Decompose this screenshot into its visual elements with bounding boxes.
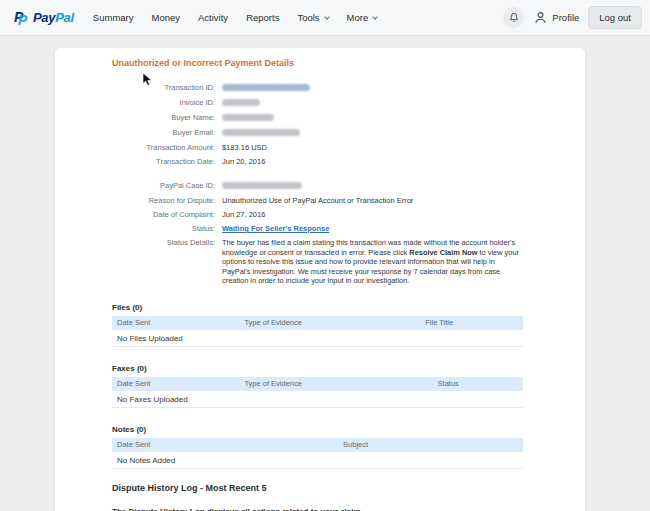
column-header: Subject — [338, 440, 523, 449]
paypal-wordmark: PayPal — [33, 10, 74, 25]
detail-label: Reason for Dispute: — [112, 194, 215, 208]
svg-text:P: P — [18, 12, 28, 27]
column-header: File Title — [420, 318, 523, 327]
redacted-value — [222, 99, 260, 106]
detail-value: Jun 27, 2016 — [222, 208, 523, 222]
detail-value — [222, 96, 523, 111]
detail-value: Unauthorized Use of PayPal Account or Tr… — [222, 194, 523, 208]
notifications-button[interactable] — [503, 7, 524, 28]
status-link[interactable]: Waiting For Seller's Response — [222, 224, 329, 233]
section-faxes: Faxes (0) Date SentType of EvidenceStatu… — [112, 364, 523, 408]
column-header: Status — [433, 379, 523, 388]
detail-row: Status: Waiting For Seller's Response — [112, 222, 523, 236]
page-title: Unauthorized or Incorrect Payment Detail… — [112, 58, 523, 68]
detail-rows: Transaction ID: Invoice ID: Buyer Name: … — [112, 81, 523, 286]
detail-label: Status: — [112, 222, 215, 236]
nav-item-reports[interactable]: Reports — [237, 12, 288, 23]
detail-label: PayPal Case ID: — [112, 179, 215, 194]
evidence-table: Date SentType of EvidenceStatus No Faxes… — [112, 377, 523, 408]
profile-icon — [533, 10, 548, 25]
nav-item-more[interactable]: More — [338, 12, 387, 23]
main-nav: Summary Money Activity Reports Tools Mor… — [84, 12, 386, 23]
column-header: Date Sent — [112, 440, 338, 449]
nav-item-summary[interactable]: Summary — [84, 12, 143, 23]
detail-value: $183.16 USD — [222, 141, 523, 155]
nav-item-activity[interactable]: Activity — [189, 12, 237, 23]
detail-label: Invoice ID: — [112, 96, 215, 111]
column-header: Type of Evidence — [239, 318, 420, 327]
top-nav-right: Profile Log out — [503, 6, 642, 29]
history-title: Dispute History Log - Most Recent 5 — [112, 483, 523, 493]
detail-label: Buyer Name: — [112, 111, 215, 126]
redacted-value — [222, 114, 274, 121]
table-empty-row: No Faxes Uploaded — [112, 391, 523, 408]
paypal-logo[interactable]: P P PayPal — [14, 8, 74, 27]
chevron-down-icon — [324, 14, 330, 20]
section-files: Files (0) Date SentType of EvidenceFile … — [112, 303, 523, 347]
detail-row: Buyer Email: — [112, 126, 523, 141]
detail-value — [222, 81, 523, 96]
nav-item-tools[interactable]: Tools — [288, 12, 337, 23]
detail-label: Buyer Email: — [112, 126, 215, 141]
detail-row: Buyer Name: — [112, 111, 523, 126]
profile-button[interactable]: Profile — [533, 10, 579, 25]
detail-value: Waiting For Seller's Response — [222, 222, 523, 236]
detail-row: Date of Complaint: Jun 27, 2016 — [112, 208, 523, 222]
history-description: The Dispute History Log displays all act… — [112, 507, 523, 511]
section-title: Faxes (0) — [112, 364, 523, 373]
detail-row: Invoice ID: — [112, 96, 523, 111]
detail-label: Status Details: — [112, 236, 215, 286]
section-title: Notes (0) — [112, 425, 523, 434]
dispute-details-card: Unauthorized or Incorrect Payment Detail… — [55, 48, 585, 511]
detail-label: Transaction Amount: — [112, 141, 215, 155]
detail-value — [222, 111, 523, 126]
detail-row: PayPal Case ID: — [112, 179, 523, 194]
top-nav: P P PayPal Summary Money Activity Report… — [0, 0, 650, 36]
logout-button[interactable]: Log out — [588, 6, 642, 29]
detail-row: Transaction ID: — [112, 81, 523, 96]
redacted-value — [222, 182, 302, 189]
column-header: Date Sent — [112, 318, 239, 327]
nav-item-money[interactable]: Money — [143, 12, 190, 23]
detail-label: Date of Complaint: — [112, 208, 215, 222]
detail-label: Transaction ID: — [112, 81, 215, 96]
detail-value: The buyer has filed a claim stating this… — [222, 236, 523, 286]
detail-row: Transaction Date: Jun 20, 2016 — [112, 155, 523, 169]
detail-label: Transaction Date: — [112, 155, 215, 169]
table-header-row: Date SentSubject — [112, 438, 523, 452]
table-empty-row: No Files Uploaded — [112, 330, 523, 347]
detail-value: Jun 20, 2016 — [222, 155, 523, 169]
paypal-monogram-icon: P P — [14, 8, 31, 27]
table-empty-row: No Notes Added — [112, 452, 523, 469]
redacted-link-value[interactable] — [222, 84, 310, 91]
profile-label: Profile — [552, 12, 579, 23]
evidence-table: Date SentType of EvidenceFile Title No F… — [112, 316, 523, 347]
column-header: Type of Evidence — [239, 379, 432, 388]
chevron-down-icon — [372, 14, 378, 20]
evidence-table: Date SentSubject No Notes Added — [112, 438, 523, 469]
detail-row: Reason for Dispute: Unauthorized Use of … — [112, 194, 523, 208]
section-title: Files (0) — [112, 303, 523, 312]
table-header-row: Date SentType of EvidenceStatus — [112, 377, 523, 391]
column-header: Date Sent — [112, 379, 239, 388]
bell-icon — [508, 11, 520, 24]
detail-row: Status Details: The buyer has filed a cl… — [112, 236, 523, 286]
redacted-value — [222, 129, 300, 136]
detail-value — [222, 126, 523, 141]
detail-row: Transaction Amount: $183.16 USD — [112, 141, 523, 155]
detail-value — [222, 179, 523, 194]
evidence-sections: Files (0) Date SentType of EvidenceFile … — [112, 303, 523, 469]
section-notes: Notes (0) Date SentSubject No Notes Adde… — [112, 425, 523, 469]
table-header-row: Date SentType of EvidenceFile Title — [112, 316, 523, 330]
